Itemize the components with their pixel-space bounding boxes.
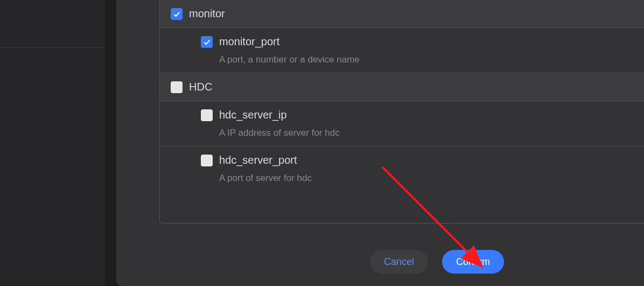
section-label: HDC bbox=[189, 81, 212, 93]
options-list: monitor monitor_port A port, a number or… bbox=[159, 0, 644, 224]
option-label: monitor_port bbox=[219, 36, 279, 48]
check-icon bbox=[172, 10, 181, 18]
checkbox-monitor-port[interactable] bbox=[201, 36, 213, 48]
checkbox-hdc-server-ip[interactable] bbox=[201, 109, 213, 121]
settings-modal: monitor monitor_port A port, a number or… bbox=[116, 0, 644, 286]
option-hdc-server-port[interactable]: hdc_server_port A port of server for hdc bbox=[160, 147, 644, 191]
option-desc: A port, a number or a device name bbox=[219, 54, 644, 65]
section-label: monitor bbox=[189, 8, 225, 20]
left-panel bbox=[0, 0, 105, 286]
section-hdc[interactable]: HDC bbox=[160, 73, 644, 101]
option-label: hdc_server_ip bbox=[219, 109, 287, 121]
modal-footer: Cancel Confirm bbox=[116, 238, 644, 286]
checkbox-monitor[interactable] bbox=[171, 8, 183, 20]
check-icon bbox=[202, 38, 211, 46]
option-label: hdc_server_port bbox=[219, 154, 297, 166]
confirm-button[interactable]: Confirm bbox=[442, 250, 504, 274]
checkbox-hdc[interactable] bbox=[171, 81, 183, 93]
option-hdc-server-ip[interactable]: hdc_server_ip A IP address of server for… bbox=[160, 101, 644, 147]
cancel-button[interactable]: Cancel bbox=[370, 250, 428, 274]
checkbox-hdc-server-port[interactable] bbox=[201, 155, 213, 166]
option-desc: A IP address of server for hdc bbox=[219, 128, 644, 138]
section-monitor[interactable]: monitor bbox=[160, 0, 644, 28]
option-monitor-port[interactable]: monitor_port A port, a number or a devic… bbox=[160, 28, 644, 73]
option-desc: A port of server for hdc bbox=[219, 173, 644, 184]
